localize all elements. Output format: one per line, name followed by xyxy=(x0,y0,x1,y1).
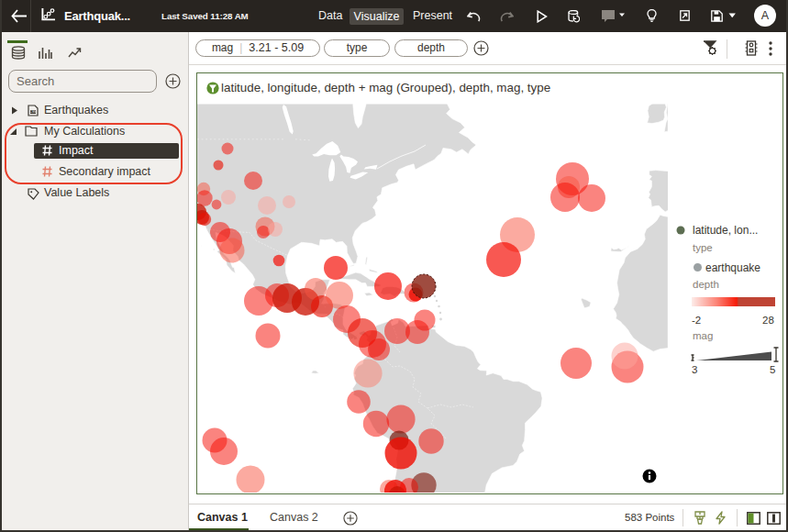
svg-text:CSV: CSV xyxy=(29,110,37,114)
